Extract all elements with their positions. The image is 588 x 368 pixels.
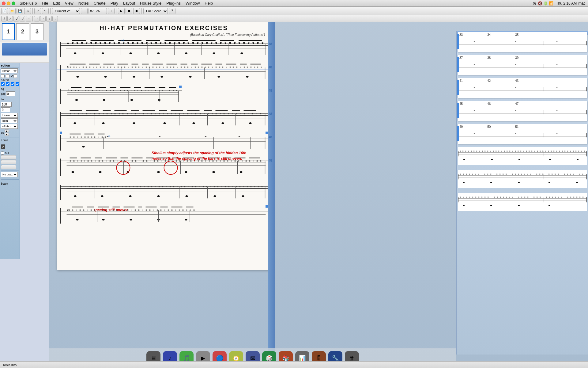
tb-btn2[interactable]: ⏹ bbox=[126, 8, 132, 14]
svg-text:x: x bbox=[122, 185, 123, 188]
checkbox-5[interactable] bbox=[1, 82, 5, 86]
menu-layout[interactable]: Layout bbox=[121, 0, 138, 6]
checkbox-def[interactable] bbox=[1, 151, 4, 155]
linear-select[interactable]: Linear bbox=[1, 113, 18, 118]
stepper-2[interactable] bbox=[1, 160, 16, 164]
maximize-button[interactable] bbox=[12, 2, 15, 5]
svg-text:x: x bbox=[138, 66, 140, 68]
nav-page-1[interactable]: 1 bbox=[2, 23, 15, 40]
divider3 bbox=[1, 150, 19, 150]
nav-page-2[interactable]: 2 bbox=[16, 23, 29, 40]
svg-text:x: x bbox=[581, 150, 582, 152]
svg-text:x: x bbox=[100, 66, 101, 68]
svg-point-715 bbox=[490, 205, 492, 206]
svg-point-396 bbox=[117, 161, 130, 174]
menu-window[interactable]: Window bbox=[183, 0, 202, 6]
system-5: xxxx xxxx xxx 𝄻 𝄻 𝄻 𝄻 16 bbox=[60, 132, 268, 153]
menu-edit[interactable]: Edit bbox=[51, 0, 62, 6]
menu-create[interactable]: Create bbox=[91, 0, 108, 6]
svg-text:x: x bbox=[262, 41, 263, 44]
svg-text:x: x bbox=[198, 66, 199, 68]
svg-point-145 bbox=[161, 76, 163, 78]
tb2-btn7[interactable]: 𝄾 bbox=[40, 16, 46, 21]
menu-sibelius[interactable]: Sibelius 6 bbox=[17, 0, 39, 6]
nav-page-3[interactable]: 3 bbox=[31, 23, 43, 40]
svg-text:x: x bbox=[202, 41, 203, 44]
svg-text:x: x bbox=[142, 66, 143, 68]
svg-text:x: x bbox=[115, 112, 116, 115]
roman-select[interactable]: roman bbox=[1, 68, 18, 73]
new-button[interactable]: 📄 bbox=[1, 8, 8, 14]
svg-text:x: x bbox=[149, 209, 151, 211]
svg-text:x: x bbox=[208, 112, 209, 115]
zoom-in-button[interactable]: + bbox=[108, 8, 115, 14]
ps-down[interactable]: ▼ bbox=[5, 133, 9, 136]
close-button[interactable] bbox=[2, 2, 6, 5]
tb2-btn3[interactable]: 𝅘𝅥𝅮 bbox=[13, 16, 19, 21]
svg-text:x: x bbox=[113, 159, 115, 162]
system-3: 9 xxxx xxx xxxx xxx xxxx xxx xxxx xxx xx… bbox=[60, 86, 268, 106]
menu-view[interactable]: View bbox=[62, 0, 76, 6]
maxi-select[interactable]: of Maxi... bbox=[1, 124, 18, 129]
tb2-btn1[interactable]: ♩ bbox=[1, 16, 7, 21]
no-brace-select[interactable]: No brac... bbox=[1, 172, 18, 177]
score-select[interactable]: Full Score bbox=[143, 8, 168, 14]
checkbox-b[interactable] bbox=[1, 74, 5, 78]
save-button[interactable]: 💾 bbox=[17, 8, 23, 14]
svg-text:x: x bbox=[113, 89, 114, 92]
print-button[interactable]: 🖨 bbox=[24, 8, 31, 14]
view-select[interactable]: Current ve... bbox=[52, 8, 80, 14]
tb2-btn5[interactable]: ○ bbox=[26, 16, 31, 21]
tb2-btn4[interactable]: 𝅗𝅥 bbox=[20, 16, 25, 21]
tb-btn3[interactable]: ⏺ bbox=[133, 8, 140, 14]
tb2-btn9[interactable]: . bbox=[52, 16, 58, 21]
stepper-3[interactable] bbox=[1, 165, 16, 169]
svg-text:x: x bbox=[225, 41, 226, 44]
bpm-select[interactable]: bpm bbox=[1, 118, 18, 123]
svg-text:x: x bbox=[107, 66, 108, 68]
svg-text:x: x bbox=[79, 66, 80, 68]
menu-house-style[interactable]: House Style bbox=[138, 0, 164, 6]
open-button[interactable]: 📂 bbox=[9, 8, 16, 14]
stepper-1[interactable] bbox=[1, 155, 16, 159]
svg-text:x: x bbox=[228, 112, 229, 115]
pagination-input[interactable] bbox=[1, 102, 12, 107]
menu-plugins[interactable]: Plug-ins bbox=[164, 0, 183, 6]
zoom-out-button[interactable]: − bbox=[81, 8, 88, 14]
annotation-container: Sibelius simply adjusts the spacing of t… bbox=[152, 150, 247, 161]
checkbox-u[interactable] bbox=[13, 74, 17, 78]
tb-btn1[interactable]: ▶ bbox=[118, 8, 125, 14]
svg-text:x: x bbox=[497, 196, 498, 198]
svg-text:x: x bbox=[74, 159, 75, 162]
checkbox-7[interactable] bbox=[11, 82, 14, 86]
minimize-button[interactable] bbox=[7, 2, 10, 5]
svg-text:x: x bbox=[128, 41, 129, 44]
menu-help[interactable]: Help bbox=[202, 0, 215, 6]
pen-icon[interactable] bbox=[1, 144, 5, 149]
help-btn[interactable]: ? bbox=[169, 8, 175, 14]
svg-point-56 bbox=[157, 52, 160, 54]
zoom-input[interactable] bbox=[89, 8, 107, 14]
menu-file[interactable]: File bbox=[39, 0, 51, 6]
menu-notes[interactable]: Notes bbox=[76, 0, 91, 6]
gap-input[interactable] bbox=[6, 91, 15, 96]
sep1 bbox=[32, 8, 33, 14]
mnum-38: 38 bbox=[487, 56, 491, 59]
ps-up[interactable]: ▲ bbox=[5, 129, 9, 132]
gap-value-input[interactable] bbox=[1, 107, 10, 112]
tb2-btn6[interactable]: 𝄽 bbox=[34, 16, 40, 21]
svg-text:x: x bbox=[153, 66, 154, 68]
menu-play[interactable]: Play bbox=[108, 0, 121, 6]
checkbox-6[interactable] bbox=[6, 82, 9, 86]
svg-text:x: x bbox=[195, 112, 197, 115]
checkbox-i[interactable] bbox=[6, 74, 9, 78]
svg-text:x: x bbox=[579, 196, 581, 198]
menubar: Sibelius 6 File Edit View Notes Create P… bbox=[0, 0, 588, 7]
svg-point-461 bbox=[129, 195, 132, 197]
checkbox-8[interactable] bbox=[16, 82, 19, 86]
svg-text:x: x bbox=[216, 66, 217, 68]
redo-button[interactable]: ↪ bbox=[42, 8, 49, 14]
tb2-btn2[interactable]: ♪ bbox=[7, 16, 13, 21]
undo-button[interactable]: ↩ bbox=[34, 8, 41, 14]
tb2-btn8[interactable]: 𝄿 bbox=[46, 16, 52, 21]
